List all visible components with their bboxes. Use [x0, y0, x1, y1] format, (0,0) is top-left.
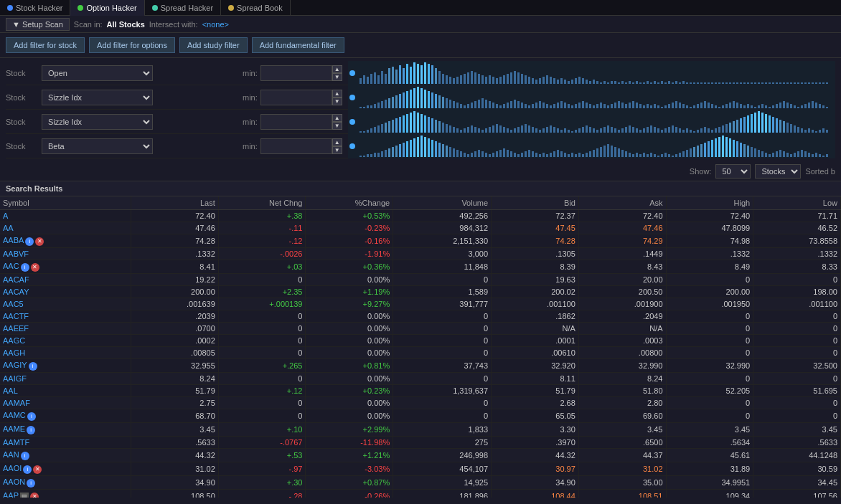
- cell-symbol[interactable]: AAIGF: [0, 373, 131, 385]
- cell-last: 19.22: [131, 274, 219, 286]
- col-header-last[interactable]: Last: [131, 196, 219, 210]
- filter-select-1[interactable]: Open: [42, 65, 153, 81]
- box-icon[interactable]: ▤: [20, 493, 29, 498]
- filter-down-btn-1[interactable]: ▼: [332, 73, 342, 81]
- col-header-symbol[interactable]: Symbol: [0, 196, 131, 210]
- show-count-select[interactable]: 50 100 200: [715, 164, 751, 179]
- info-icon[interactable]: i: [27, 479, 35, 488]
- cell-symbol[interactable]: AAGC: [0, 335, 131, 347]
- svg-rect-21: [435, 68, 437, 84]
- svg-rect-517: [804, 151, 807, 157]
- svg-rect-117: [779, 82, 781, 84]
- svg-rect-78: [639, 82, 642, 84]
- cell-symbol[interactable]: AACAY: [0, 286, 131, 298]
- delete-icon[interactable]: ✕: [33, 465, 42, 474]
- cell-symbol[interactable]: AAMTF: [0, 437, 131, 449]
- svg-rect-46: [525, 75, 527, 84]
- setup-scan-button[interactable]: ▼ Setup Scan: [6, 18, 70, 31]
- cell-symbol[interactable]: AAONi: [0, 476, 131, 490]
- cell-symbol[interactable]: AAGH: [0, 347, 131, 359]
- col-header-ask[interactable]: Ask: [578, 196, 666, 210]
- info-icon[interactable]: i: [25, 237, 34, 246]
- col-header-volume[interactable]: Volume: [393, 196, 492, 210]
- cell-high: 0: [666, 310, 753, 323]
- add-fundamental-filter-button[interactable]: Add fundamental filter: [252, 37, 344, 53]
- col-header-high[interactable]: High: [666, 196, 753, 210]
- svg-rect-381: [786, 123, 789, 133]
- show-type-select[interactable]: Stocks ETFs: [755, 164, 801, 179]
- svg-rect-85: [664, 82, 667, 84]
- cell-symbol[interactable]: AA: [0, 222, 131, 234]
- cell-symbol[interactable]: AABVF: [0, 248, 131, 260]
- cell-symbol[interactable]: AAOIi✕: [0, 462, 131, 476]
- tab-option-hacker[interactable]: Option Hacker: [70, 0, 144, 16]
- cell-symbol[interactable]: AAC5: [0, 298, 131, 310]
- filter-select-4[interactable]: Beta: [42, 138, 153, 154]
- cell-symbol[interactable]: AAMCi: [0, 409, 131, 423]
- add-filter-stock-button[interactable]: Add filter for stock: [6, 37, 85, 53]
- info-icon[interactable]: i: [27, 412, 36, 421]
- add-study-filter-button[interactable]: Add study filter: [179, 37, 248, 53]
- info-icon[interactable]: i: [21, 263, 29, 272]
- delete-icon[interactable]: ✕: [30, 493, 39, 498]
- svg-rect-413: [431, 140, 433, 157]
- add-filter-options-button[interactable]: Add filter for options: [89, 37, 175, 53]
- tab-spread-hacker[interactable]: Spread Hacker: [145, 0, 221, 16]
- filter-input-2[interactable]: [260, 90, 332, 105]
- svg-rect-256: [808, 103, 810, 108]
- cell-symbol[interactable]: AABAi✕: [0, 234, 131, 248]
- filter-down-btn-2[interactable]: ▼: [332, 98, 342, 105]
- cell-symbol[interactable]: AAGIYi: [0, 359, 131, 373]
- svg-rect-263: [363, 131, 365, 133]
- cell-high: 47.8099: [666, 222, 753, 234]
- cell-symbol[interactable]: AAL: [0, 385, 131, 397]
- filter-down-btn-4[interactable]: ▼: [332, 146, 342, 154]
- filter-input-3[interactable]: [260, 114, 332, 130]
- cell-symbol[interactable]: AAEEF: [0, 323, 131, 335]
- cell-symbol[interactable]: AAMEi: [0, 423, 131, 437]
- cell-symbol[interactable]: A: [0, 210, 131, 222]
- tab-dot-stock: [7, 5, 13, 11]
- cell-symbol[interactable]: AAMAF: [0, 397, 131, 409]
- filter-up-btn-4[interactable]: ▲: [332, 138, 342, 146]
- filter-select-3[interactable]: Sizzle Idx: [42, 114, 153, 130]
- delete-icon[interactable]: ✕: [35, 237, 44, 246]
- svg-rect-52: [546, 75, 548, 84]
- filter-input-1[interactable]: [260, 65, 332, 81]
- filter-up-btn-1[interactable]: ▲: [332, 65, 342, 73]
- svg-rect-136: [377, 103, 380, 108]
- intersect-value[interactable]: <none>: [202, 20, 229, 29]
- delete-icon[interactable]: ✕: [31, 263, 39, 272]
- info-icon[interactable]: i: [27, 426, 35, 434]
- cell-symbol[interactable]: AACi✕: [0, 260, 131, 274]
- scan-in-value[interactable]: All Stocks: [107, 20, 145, 29]
- filter-up-btn-2[interactable]: ▲: [332, 90, 342, 98]
- filter-input-4[interactable]: [260, 138, 332, 154]
- cell-symbol[interactable]: AAP▤✕: [0, 490, 131, 498]
- col-header-low[interactable]: Low: [753, 196, 841, 210]
- col-header-bid[interactable]: Bid: [492, 196, 579, 210]
- filter-select-2[interactable]: Sizzle Idx: [42, 90, 153, 105]
- svg-rect-405: [403, 143, 405, 157]
- svg-rect-284: [438, 121, 441, 133]
- svg-rect-154: [442, 97, 444, 108]
- cell-symbol[interactable]: AANi: [0, 449, 131, 462]
- table-scroll[interactable]: Symbol Last Net Chng %Change Volume Bid …: [0, 196, 841, 498]
- cell-symbol[interactable]: AACTF: [0, 310, 131, 323]
- filter-up-btn-3[interactable]: ▲: [332, 114, 342, 122]
- tab-stock-hacker[interactable]: Stock Hacker: [0, 0, 70, 16]
- col-header-pctchange[interactable]: %Change: [306, 196, 393, 210]
- info-icon[interactable]: i: [29, 362, 37, 371]
- cell-pct: +0.23%: [306, 385, 393, 397]
- svg-rect-181: [539, 101, 541, 108]
- tab-spread-book[interactable]: Spread Book: [221, 0, 291, 16]
- svg-rect-242: [758, 105, 760, 108]
- table-row: AAOIi✕ 31.02 -.97 -3.03% 454,107 30.97 3…: [0, 462, 841, 476]
- svg-rect-317: [557, 128, 559, 133]
- col-header-netchng[interactable]: Net Chng: [218, 196, 306, 210]
- info-icon[interactable]: i: [21, 452, 29, 460]
- info-icon[interactable]: i: [23, 465, 32, 474]
- cell-high: 45.61: [666, 449, 753, 462]
- filter-down-btn-3[interactable]: ▼: [332, 122, 342, 130]
- cell-symbol[interactable]: AACAF: [0, 274, 131, 286]
